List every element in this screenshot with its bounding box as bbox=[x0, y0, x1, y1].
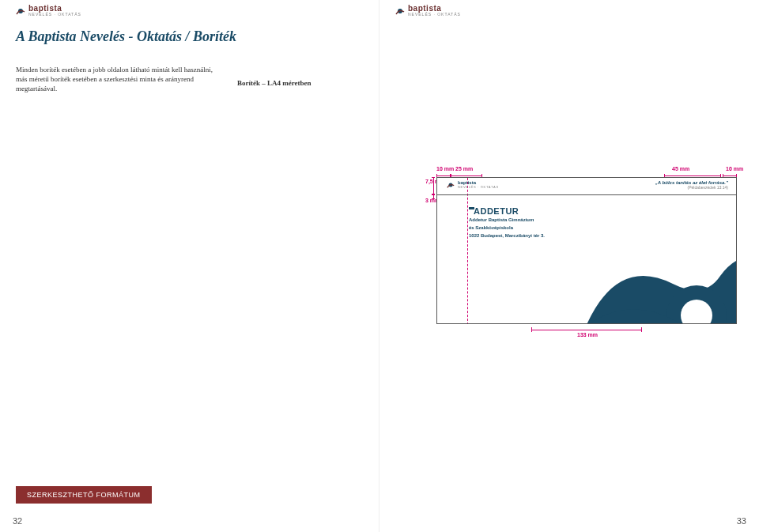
envelope-address-block: ADDETUR Addetur Baptista Gimnázium és Sz… bbox=[469, 206, 545, 239]
header-logo-left: baptista NEVELÉS · OKTATÁS bbox=[16, 5, 81, 17]
dimension-row-bottom: 133 mm bbox=[436, 324, 737, 337]
page-number-left: 32 bbox=[13, 516, 22, 526]
dim-label-quote-width: 45 mm bbox=[672, 166, 689, 172]
page-number-right: 33 bbox=[737, 516, 746, 526]
envelope-logo-sub: NEVELÉS · OKTATÁS bbox=[458, 185, 499, 189]
envelope-addr-line2: és Szakközépiskola bbox=[469, 225, 545, 232]
guide-line-icon bbox=[467, 178, 468, 324]
dim-label-left-margin: 10 mm bbox=[436, 166, 454, 172]
header-logo-right: baptista NEVELÉS · OKTATÁS bbox=[395, 5, 461, 17]
envelope-mock: baptista NEVELÉS · OKTATÁS „A bölcs taní… bbox=[436, 177, 737, 324]
watermark-wave-icon bbox=[562, 221, 737, 324]
page-title: A Baptista Nevelés - Oktatás / Boríték bbox=[16, 28, 236, 45]
brand-text: baptista NEVELÉS · OKTATÁS bbox=[28, 5, 81, 17]
brand-sub: NEVELÉS · OKTATÁS bbox=[28, 13, 81, 17]
brand-sub: NEVELÉS · OKTATÁS bbox=[408, 13, 461, 17]
brand-text: baptista NEVELÉS · OKTATÁS bbox=[408, 5, 461, 17]
envelope-header-strip: baptista NEVELÉS · OKTATÁS „A bölcs taní… bbox=[437, 178, 736, 195]
page-right: baptista NEVELÉS · OKTATÁS 10 mm 25 mm 4… bbox=[380, 0, 759, 532]
brand-mark-icon bbox=[395, 6, 405, 16]
brand-mark-icon bbox=[447, 181, 455, 189]
envelope-logo: baptista NEVELÉS · OKTATÁS bbox=[447, 180, 499, 189]
envelope-quote: „A bölcs tanítás az élet forrása.” (Péld… bbox=[655, 180, 728, 190]
intro-paragraph: Minden boríték esetében a jobb oldalon l… bbox=[16, 65, 221, 93]
editable-format-button[interactable]: SZERKESZTHETŐ FORMÁTUM bbox=[16, 486, 152, 504]
dim-label-right-margin: 10 mm bbox=[726, 166, 743, 172]
envelope-quote-cite: (Példabeszédek 13:14) bbox=[655, 185, 728, 190]
page-left: baptista NEVELÉS · OKTATÁS A Baptista Ne… bbox=[0, 0, 380, 532]
editable-format-label: SZERKESZTHETŐ FORMÁTUM bbox=[27, 491, 141, 499]
envelope-addr-line3: 1022 Budapest, Marczibányi tér 3. bbox=[469, 233, 545, 240]
figure-caption: Boríték – LA4 méretben bbox=[237, 79, 312, 87]
brand-mark-icon bbox=[16, 6, 25, 16]
dimension-row-top: 10 mm 25 mm 45 mm 10 mm bbox=[427, 166, 747, 177]
envelope-addr-line1: Addetur Baptista Gimnázium bbox=[469, 217, 545, 224]
dim-label-logo-offset: 25 mm bbox=[455, 166, 473, 172]
envelope-brand-text: ADDETUR bbox=[474, 206, 519, 216]
dim-vmark-icon bbox=[432, 177, 435, 194]
envelope-logo-text: baptista NEVELÉS · OKTATÁS bbox=[458, 180, 499, 189]
envelope-figure: 10 mm 25 mm 45 mm 10 mm 7,5 mm 3 mm bbox=[427, 166, 747, 337]
brand-accent-icon bbox=[469, 207, 474, 209]
dim-vmark-icon bbox=[432, 194, 435, 199]
envelope-brand-name: ADDETUR bbox=[469, 206, 545, 216]
dim-label-bottom: 133 mm bbox=[577, 332, 598, 338]
